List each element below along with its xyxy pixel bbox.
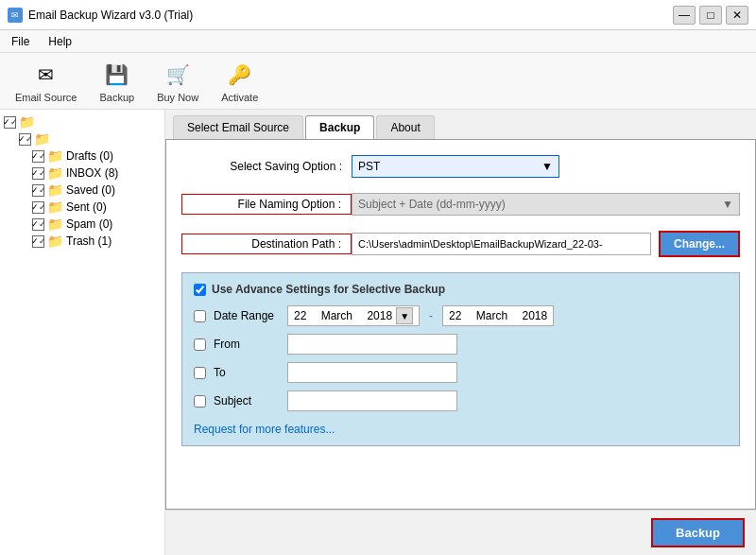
saving-option-select[interactable]: PST ▼ — [352, 155, 559, 178]
app-title: Email Backup Wizard v3.0 (Trial) — [28, 9, 193, 22]
trash-checkbox[interactable]: ✓ — [32, 235, 44, 248]
maximize-button[interactable]: □ — [699, 6, 722, 25]
tree-item-spam[interactable]: ✓ 📁 Spam (0) — [4, 216, 161, 233]
date-range-label: Date Range — [214, 309, 280, 322]
sent-folder-icon: 📁 — [47, 199, 63, 215]
file-naming-dropdown-icon: ▼ — [722, 198, 733, 211]
toolbar-buy-now[interactable]: 🛒 Buy Now — [149, 56, 206, 107]
minimize-button[interactable]: — — [673, 6, 696, 25]
app-icon: ✉ — [8, 8, 23, 23]
date-end-box: 22 March 2018 — [442, 305, 554, 326]
close-button[interactable]: ✕ — [726, 6, 748, 25]
subject-checkbox[interactable] — [194, 395, 206, 408]
to-label: To — [214, 366, 280, 379]
date-start-day: 22 — [294, 309, 306, 322]
toolbar-email-source[interactable]: ✉ Email Source — [8, 56, 84, 107]
file-naming-value: Subject + Date (dd-mm-yyyy) — [358, 198, 506, 211]
saved-folder-icon: 📁 — [47, 182, 63, 198]
to-input[interactable] — [287, 362, 457, 383]
main-layout: ✓ 📁 ✓ 📁 ✓ 📁 Drafts (0) ✓ 📁 INBOX (8) ✓ 📁… — [0, 110, 756, 555]
spam-label: Spam (0) — [66, 217, 112, 231]
from-input[interactable] — [287, 334, 457, 355]
tree-level1-label — [53, 132, 56, 146]
saving-option-dropdown-icon: ▼ — [541, 160, 553, 173]
sidebar: ✓ 📁 ✓ 📁 ✓ 📁 Drafts (0) ✓ 📁 INBOX (8) ✓ 📁… — [0, 110, 165, 555]
activate-icon: 🔑 — [225, 60, 255, 90]
tree-item-saved[interactable]: ✓ 📁 Saved (0) — [4, 182, 161, 199]
trash-folder-icon: 📁 — [47, 234, 63, 249]
change-button[interactable]: Change... — [659, 231, 740, 257]
tree-level1-checkbox[interactable]: ✓ — [19, 133, 31, 146]
saved-checkbox[interactable]: ✓ — [32, 184, 44, 197]
request-features-link[interactable]: Request for more features... — [194, 423, 335, 436]
buy-now-icon: 🛒 — [163, 60, 193, 90]
saving-option-label: Select Saving Option : — [181, 160, 352, 173]
tab-about[interactable]: About — [376, 115, 434, 139]
email-source-label: Email Source — [15, 92, 77, 103]
content-area: Select Email Source Backup About Select … — [165, 110, 756, 555]
toolbar-activate[interactable]: 🔑 Activate — [214, 56, 266, 107]
email-source-icon: ✉ — [31, 60, 61, 90]
destination-path-label: Destination Path : — [181, 234, 352, 254]
subject-label: Subject — [214, 394, 280, 408]
date-start-year: 2018 — [367, 309, 392, 322]
backup-button[interactable]: Backup — [651, 518, 745, 547]
date-range-separator: - — [429, 309, 433, 322]
tree-root-checkbox[interactable]: ✓ — [4, 116, 16, 129]
spam-folder-icon: 📁 — [47, 217, 63, 232]
destination-path-input[interactable] — [352, 233, 651, 255]
spam-checkbox[interactable]: ✓ — [32, 218, 44, 231]
bottom-bar: Backup — [165, 510, 756, 555]
saving-option-select-wrapper: PST ▼ — [352, 155, 740, 178]
tab-select-email-source[interactable]: Select Email Source — [173, 115, 303, 139]
file-naming-row: File Naming Option : Subject + Date (dd-… — [181, 193, 740, 216]
title-bar: ✉ Email Backup Wizard v3.0 (Trial) — □ ✕ — [0, 0, 756, 30]
adv-header: Use Advance Settings for Selective Backu… — [194, 283, 728, 296]
tree-root-label — [38, 115, 41, 129]
tab-content-backup: Select Saving Option : PST ▼ File Naming… — [165, 139, 756, 510]
tree-level1-folder-icon: 📁 — [34, 131, 50, 147]
date-end-year: 2018 — [522, 309, 547, 322]
tree-root[interactable]: ✓ 📁 — [4, 113, 161, 130]
advanced-settings-panel: Use Advance Settings for Selective Backu… — [181, 272, 740, 446]
adv-settings-label: Use Advance Settings for Selective Backu… — [212, 283, 445, 296]
inbox-label: INBOX (8) — [66, 166, 118, 180]
menu-file[interactable]: File — [8, 33, 33, 50]
destination-row: Change... — [352, 231, 740, 257]
saving-option-row: Select Saving Option : PST ▼ — [181, 155, 740, 178]
from-row: From — [194, 334, 728, 355]
tree-item-trash[interactable]: ✓ 📁 Trash (1) — [4, 233, 161, 250]
date-end-day: 22 — [449, 309, 461, 322]
date-end-month: March — [476, 309, 507, 322]
tab-backup[interactable]: Backup — [305, 115, 374, 139]
tree-item-inbox[interactable]: ✓ 📁 INBOX (8) — [4, 165, 161, 182]
sent-checkbox[interactable]: ✓ — [32, 201, 44, 214]
window-controls: — □ ✕ — [673, 6, 748, 25]
saving-option-value: PST — [358, 160, 380, 173]
to-row: To — [194, 362, 728, 383]
file-naming-select[interactable]: Subject + Date (dd-mm-yyyy) ▼ — [352, 193, 740, 216]
subject-input[interactable] — [287, 390, 457, 411]
toolbar: ✉ Email Source 💾 Backup 🛒 Buy Now 🔑 Acti… — [0, 53, 756, 110]
menu-help[interactable]: Help — [44, 33, 76, 50]
date-range-checkbox[interactable] — [194, 310, 206, 322]
toolbar-backup[interactable]: 💾 Backup — [92, 56, 142, 107]
menu-bar: File Help — [0, 30, 756, 53]
from-checkbox[interactable] — [194, 338, 206, 351]
date-range-row: Date Range 22 March 2018 ▼ - 22 March — [194, 305, 728, 326]
sent-label: Sent (0) — [66, 200, 107, 214]
inbox-checkbox[interactable]: ✓ — [32, 167, 44, 180]
adv-settings-checkbox[interactable] — [194, 284, 206, 296]
tree-root-folder-icon: 📁 — [19, 114, 35, 130]
subject-row: Subject — [194, 390, 728, 411]
tree-item-drafts[interactable]: ✓ 📁 Drafts (0) — [4, 147, 161, 165]
backup-label: Backup — [99, 92, 134, 103]
from-label: From — [214, 338, 280, 351]
tree-item-sent[interactable]: ✓ 📁 Sent (0) — [4, 199, 161, 216]
drafts-checkbox[interactable]: ✓ — [32, 150, 44, 163]
date-start-calendar-button[interactable]: ▼ — [396, 307, 413, 324]
to-checkbox[interactable] — [194, 367, 206, 379]
drafts-folder-icon: 📁 — [47, 148, 63, 164]
tree-level1[interactable]: ✓ 📁 — [4, 130, 161, 147]
date-start-box: 22 March 2018 ▼ — [287, 305, 420, 326]
